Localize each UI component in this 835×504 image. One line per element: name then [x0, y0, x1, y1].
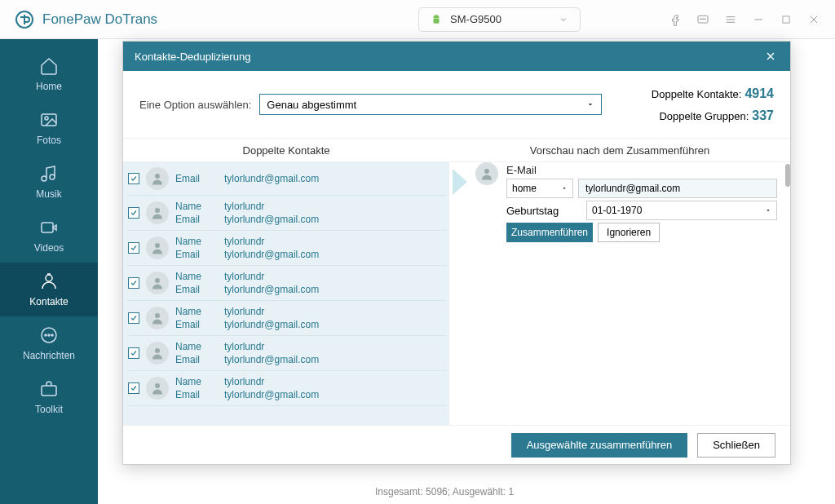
feedback-icon[interactable] — [695, 11, 711, 28]
preview-bday-label: Geburtstag — [506, 205, 581, 217]
maximize-button[interactable] — [778, 11, 794, 28]
sidebar-item-home[interactable]: Home — [0, 47, 98, 101]
select-value: Genau abgestimmt — [267, 99, 356, 111]
contact-row[interactable]: NametylorlundrEmailtylorlundr@gmail.com — [126, 266, 446, 301]
sidebar-item-label: Nachrichten — [23, 350, 75, 361]
dup-groups-count: 337 — [752, 108, 774, 122]
svg-point-12 — [51, 334, 53, 336]
brand-logo-icon — [15, 10, 34, 29]
svg-rect-4 — [783, 15, 789, 22]
device-name: SM-G9500 — [450, 13, 501, 25]
sidebar: Home Fotos Musik Videos Kontakte Nachric… — [0, 39, 98, 504]
contact-fields: NametylorlundrEmailtylorlundr@gmail.com — [175, 376, 319, 400]
contact-checkbox[interactable] — [128, 277, 139, 289]
contact-fields: NametylorlundrEmailtylorlundr@gmail.com — [175, 306, 319, 330]
contact-avatar — [146, 272, 169, 294]
svg-point-16 — [155, 243, 160, 248]
merge-selected-button[interactable]: Ausgewählte zusammenführen — [511, 433, 688, 458]
close-window-button[interactable] — [806, 11, 822, 28]
merge-preview-panel: E-Mail home Geburtstag 01-01-1970 Zusamm… — [472, 162, 790, 425]
svg-rect-13 — [42, 386, 56, 396]
status-bar: Insgesamt: 5096; Ausgewählt: 1 — [375, 486, 514, 497]
email-value-input[interactable] — [578, 179, 777, 198]
chevron-down-icon — [586, 100, 594, 108]
contact-fields: Emailtylorlundr@gmail.com — [175, 173, 319, 184]
contact-fields: NametylorlundrEmailtylorlundr@gmail.com — [175, 236, 319, 260]
ignore-button[interactable]: Ignorieren — [598, 223, 660, 242]
contact-row[interactable]: NametylorlundrEmailtylorlundr@gmail.com — [126, 196, 446, 231]
contact-row[interactable]: Emailtylorlundr@gmail.com — [126, 162, 446, 196]
sidebar-item-label: Videos — [34, 242, 64, 254]
contact-checkbox[interactable] — [128, 207, 139, 219]
svg-point-11 — [48, 334, 50, 336]
contact-avatar — [146, 307, 169, 329]
contact-avatar — [146, 342, 169, 365]
facebook-icon[interactable] — [667, 11, 683, 28]
col-header-duplicates: Doppelte Kontakte — [123, 144, 449, 157]
music-icon — [39, 164, 59, 183]
col-header-preview: Vorschau nach dem Zusammenführen — [449, 144, 790, 157]
contact-row[interactable]: NametylorlundrEmailtylorlundr@gmail.com — [126, 371, 446, 406]
dedup-modal: Kontakte-Deduplizierung Eine Option ausw… — [122, 41, 791, 465]
preview-avatar — [475, 162, 498, 185]
merge-single-button[interactable]: Zusammenführen — [506, 223, 593, 242]
close-modal-button[interactable]: Schließen — [697, 433, 775, 458]
photo-icon — [39, 110, 59, 130]
contact-checkbox[interactable] — [128, 382, 139, 394]
svg-point-10 — [45, 334, 46, 336]
svg-point-1 — [700, 18, 701, 19]
svg-point-17 — [155, 278, 160, 283]
contact-checkbox[interactable] — [128, 312, 139, 324]
modal-close-button[interactable] — [762, 48, 779, 64]
minimize-button[interactable] — [750, 11, 767, 28]
contact-checkbox[interactable] — [128, 173, 139, 184]
scrollbar-thumb[interactable] — [785, 164, 790, 187]
preview-email-label: E-Mail — [506, 164, 777, 176]
sidebar-item-label: Toolkit — [35, 404, 63, 415]
merge-arrow-icon — [449, 166, 472, 201]
birthday-select[interactable]: 01-01-1970 — [586, 201, 777, 220]
sidebar-item-photos[interactable]: Fotos — [0, 101, 98, 155]
contact-fields: NametylorlundrEmailtylorlundr@gmail.com — [175, 341, 319, 365]
device-selector[interactable]: SM-G9500 — [418, 7, 581, 32]
menu-icon[interactable] — [722, 11, 739, 28]
svg-point-14 — [155, 174, 160, 179]
sidebar-item-messages[interactable]: Nachrichten — [0, 316, 98, 370]
contacts-icon — [39, 272, 59, 291]
stats-block: Doppelte Kontakte:4914 Doppelte Gruppen:… — [652, 82, 774, 126]
dup-groups-label: Doppelte Gruppen: — [659, 110, 749, 122]
email-type-select[interactable]: home — [506, 179, 573, 198]
contact-avatar — [146, 167, 169, 190]
match-option-select[interactable]: Genau abgestimmt — [259, 94, 602, 115]
contact-fields: NametylorlundrEmailtylorlundr@gmail.com — [175, 201, 319, 225]
duplicate-contacts-list[interactable]: Emailtylorlundr@gmail.com Nametylorlundr… — [123, 162, 449, 425]
sidebar-item-videos[interactable]: Videos — [0, 209, 98, 263]
sidebar-item-label: Home — [36, 81, 62, 92]
sidebar-item-toolkit[interactable]: Toolkit — [0, 370, 98, 424]
svg-rect-5 — [42, 114, 56, 126]
sidebar-item-label: Fotos — [37, 135, 61, 146]
svg-point-21 — [484, 169, 489, 174]
svg-point-6 — [45, 117, 48, 120]
sidebar-item-label: Musik — [36, 188, 61, 200]
modal-title: Kontakte-Deduplizierung — [135, 51, 250, 63]
chevron-down-icon — [559, 15, 568, 24]
contact-checkbox[interactable] — [128, 242, 139, 254]
messages-icon — [39, 325, 59, 345]
svg-point-9 — [42, 328, 56, 343]
svg-point-3 — [705, 18, 705, 19]
contact-checkbox[interactable] — [128, 347, 139, 359]
video-icon — [39, 218, 59, 237]
contact-row[interactable]: NametylorlundrEmailtylorlundr@gmail.com — [126, 231, 446, 266]
sidebar-item-music[interactable]: Musik — [0, 155, 98, 209]
svg-point-15 — [155, 208, 160, 213]
toolkit-icon — [39, 379, 59, 399]
svg-point-2 — [702, 18, 703, 19]
option-label: Eine Option auswählen: — [139, 99, 251, 111]
contact-row[interactable]: NametylorlundrEmailtylorlundr@gmail.com — [126, 301, 446, 336]
sidebar-item-contacts[interactable]: Kontakte — [0, 263, 98, 316]
contact-avatar — [146, 377, 169, 400]
contact-avatar — [146, 237, 169, 259]
dup-contacts-count: 4914 — [744, 86, 774, 100]
contact-row[interactable]: NametylorlundrEmailtylorlundr@gmail.com — [126, 336, 446, 371]
